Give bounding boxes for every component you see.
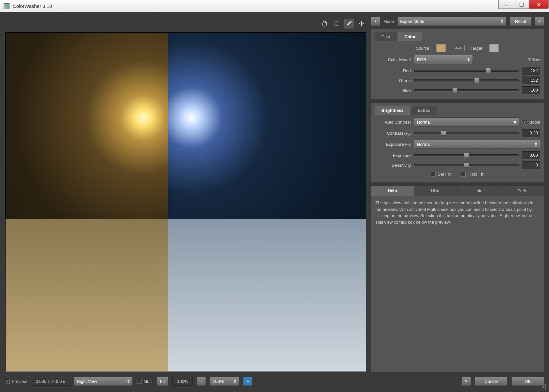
main-area: Mode Expert Mode Reset Cast Color Source… [5,17,544,372]
mode-label: Mode [383,19,394,24]
split-view-tool-icon[interactable] [357,19,366,28]
split-divider[interactable] [168,33,168,371]
auto-contrast-label: Auto Contrast [375,120,411,125]
red-value[interactable]: 182 [522,67,540,75]
tab-info[interactable]: Info [458,186,501,196]
resize-grip-icon[interactable]: ⋰ [543,385,548,391]
contrast-value[interactable]: 0.20 [522,129,540,137]
exposure-slider[interactable] [414,154,519,156]
exposure-value[interactable]: 0.00 [522,151,540,159]
source-swatch[interactable] [436,44,446,52]
help-button[interactable]: ? [461,377,471,386]
preview-checkbox[interactable]: Preview [5,379,27,384]
green-label: Green [375,78,411,83]
source-label: Source: [416,46,431,51]
app-icon [4,3,9,9]
reset-button[interactable]: Reset [509,17,532,26]
satfix-checkbox[interactable]: Sat Fix [431,172,451,177]
red-label: Red [375,68,411,73]
timing-readout: 0.005 s -> 0.0 s [31,377,70,386]
blue-label: Blue [375,88,411,93]
multi-checkbox[interactable]: Multi [137,379,152,384]
zoom-out-button[interactable]: - [197,377,206,386]
left-column [5,17,366,372]
blue-value[interactable]: 100 [522,86,540,94]
close-button[interactable] [529,0,549,9]
color-model-select[interactable]: RGB [414,55,473,64]
maximize-button[interactable] [514,0,529,9]
exposure-fix-label: Exposure Fix [375,142,411,147]
window-title: ColorWasher 3.10 [13,3,499,9]
exposure-fix-select[interactable]: Normal [414,140,540,149]
marquee-tool-icon[interactable] [332,19,341,28]
tab-histo[interactable]: Histo [414,186,458,196]
tab-extras[interactable]: Extras [411,106,437,115]
brightness-panel: Brightness Extras Auto Contrast Normal B… [371,103,544,182]
cast-color-panel: Cast Color Source: <--> Target: Color Mo… [371,29,544,99]
preview-after [168,33,366,371]
contrast-slider[interactable] [414,132,519,134]
zoom-left: 100% [172,377,193,386]
svg-rect-0 [505,6,508,6]
tab-prefs[interactable]: Prefs [501,186,544,196]
tab-cast[interactable]: Cast [375,32,397,41]
sensitivity-slider[interactable] [414,164,519,166]
zoom-select[interactable]: 100% [210,377,239,386]
mode-select[interactable]: Expert Mode [397,17,507,26]
exposure-label: Exposure [375,153,411,158]
window-controls [499,0,549,12]
app-window: ColorWasher 3.10 [0,0,549,392]
reset-menu-button[interactable] [535,17,544,26]
image-preview[interactable] [5,32,366,372]
tab-color[interactable]: Color [398,32,422,41]
hue-name: Yellow [528,57,540,62]
tab-help[interactable]: Help [371,186,414,196]
svg-rect-1 [520,3,523,6]
mode-menu-button[interactable] [371,17,380,26]
right-column: Mode Expert Mode Reset Cast Color Source… [371,17,544,372]
mode-row: Mode Expert Mode Reset [371,17,544,26]
contrast-label: Contrast (%) [375,131,411,136]
auto-contrast-select[interactable]: Normal [414,117,519,127]
ok-button[interactable]: OK [511,377,544,386]
color-model-label: Color Model [375,57,411,62]
svg-rect-2 [334,22,339,26]
sensitivity-label: Sensitivity [375,163,411,168]
green-slider[interactable] [414,79,519,81]
boost-checkbox[interactable]: Boost [523,120,540,125]
app-body: Mode Expert Mode Reset Cast Color Source… [0,12,549,392]
view-select[interactable]: Right View [74,377,133,386]
preview-toolbar [5,17,366,30]
zoom-in-button[interactable]: + [243,377,252,386]
help-text: The split view tool can be used to drag … [371,196,544,372]
mode-value: Expert Mode [400,19,424,24]
preview-before [6,33,168,371]
fit-button[interactable]: Fit [157,377,168,386]
histofix-checkbox[interactable]: Histo Fix [461,172,484,177]
titlebar: ColorWasher 3.10 [0,0,549,12]
tab-brightness[interactable]: Brightness [375,106,410,115]
target-label: Target: [471,46,484,51]
swap-button[interactable]: <--> [452,45,464,51]
blue-slider[interactable] [414,89,519,91]
help-panel: Help Histo Info Prefs The split view too… [371,186,544,372]
green-value[interactable]: 152 [522,77,540,84]
red-slider[interactable] [414,70,519,72]
hand-tool-icon[interactable] [319,19,329,28]
target-swatch[interactable] [489,44,499,52]
minimize-button[interactable] [498,0,514,9]
footer: Preview 0.005 s -> 0.0 s Right View Mult… [5,375,544,387]
sensitivity-value[interactable]: 0 [522,161,540,169]
eyedropper-tool-icon[interactable] [344,19,354,28]
cancel-button[interactable]: Cancel [475,377,507,386]
